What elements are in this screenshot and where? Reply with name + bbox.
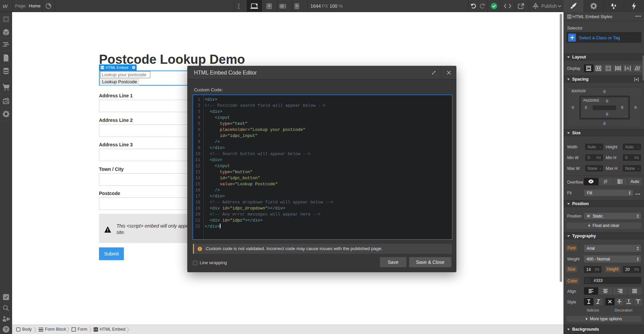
- svg-text:?: ?: [5, 327, 8, 332]
- svg-text:A: A: [626, 66, 629, 71]
